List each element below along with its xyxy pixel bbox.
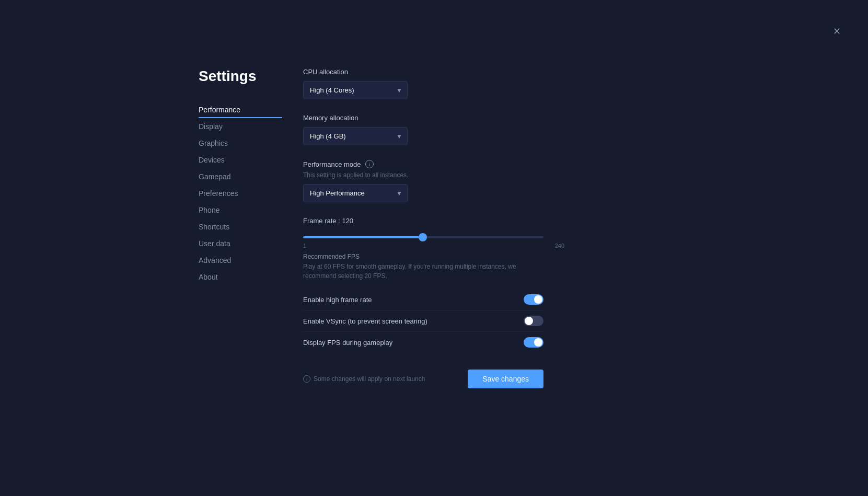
slider-min-label: 1 — [303, 243, 306, 249]
toggle-row-high-frame-rate: Enable high frame rate — [303, 289, 543, 310]
memory-allocation-dropdown-wrapper: Low (1 GB) Medium (2 GB) High (4 GB) Ult… — [303, 127, 408, 145]
cpu-allocation-select[interactable]: Low (1 Core) Medium (2 Cores) High (4 Co… — [303, 81, 408, 99]
sidebar-item-phone[interactable]: Phone — [199, 202, 282, 218]
toggle-row-vsync: Enable VSync (to prevent screen tearing) — [303, 310, 543, 332]
toggle-display-fps[interactable] — [524, 337, 543, 348]
toggle-vsync[interactable] — [524, 316, 543, 326]
toggles-container: Enable high frame rate Enable VSync (to … — [303, 289, 564, 353]
toggle-display-fps-label: Display FPS during gameplay — [303, 339, 392, 347]
close-icon: ✕ — [833, 26, 841, 37]
footer-row: i Some changes will apply on next launch… — [303, 370, 543, 388]
fps-hint-title: Recommended FPS — [303, 253, 564, 260]
slider-wrapper — [303, 231, 543, 240]
performance-mode-dropdown-wrapper: Balanced High Performance Ultra Performa… — [303, 184, 408, 202]
cpu-allocation-section: CPU allocation Low (1 Core) Medium (2 Co… — [303, 68, 564, 99]
cpu-allocation-label: CPU allocation — [303, 68, 564, 76]
performance-mode-label: Performance mode — [303, 160, 361, 168]
memory-allocation-select[interactable]: Low (1 GB) Medium (2 GB) High (4 GB) Ult… — [303, 127, 408, 145]
sidebar-item-advanced[interactable]: Advanced — [199, 252, 282, 269]
sidebar-item-userdata[interactable]: User data — [199, 235, 282, 252]
content-area: CPU allocation Low (1 Core) Medium (2 Co… — [282, 68, 564, 388]
sidebar-item-devices[interactable]: Devices — [199, 152, 282, 168]
fps-hint: Recommended FPS Play at 60 FPS for smoot… — [303, 253, 564, 281]
save-changes-button[interactable]: Save changes — [468, 370, 543, 388]
footer-note: i Some changes will apply on next launch — [303, 375, 425, 383]
performance-mode-select[interactable]: Balanced High Performance Ultra Performa… — [303, 184, 408, 202]
sidebar-item-display[interactable]: Display — [199, 118, 282, 135]
toggle-display-fps-knob — [534, 338, 542, 347]
footer-note-text: Some changes will apply on next launch — [314, 375, 425, 383]
toggle-high-frame-rate-knob — [534, 295, 542, 304]
fps-hint-body: Play at 60 FPS for smooth gameplay. If y… — [303, 262, 533, 281]
performance-mode-info-icon[interactable]: i — [365, 160, 374, 168]
memory-allocation-label: Memory allocation — [303, 114, 564, 122]
toggle-row-display-fps: Display FPS during gameplay — [303, 332, 543, 353]
sidebar-item-gamepad[interactable]: Gamepad — [199, 168, 282, 185]
sidebar-item-shortcuts[interactable]: Shortcuts — [199, 218, 282, 235]
close-button[interactable]: ✕ — [830, 25, 843, 38]
toggle-vsync-label: Enable VSync (to prevent screen tearing) — [303, 317, 427, 325]
memory-allocation-section: Memory allocation Low (1 GB) Medium (2 G… — [303, 114, 564, 145]
sidebar-item-preferences[interactable]: Preferences — [199, 185, 282, 202]
toggle-high-frame-rate[interactable] — [524, 294, 543, 305]
performance-mode-header: Performance mode i — [303, 160, 564, 168]
footer-info-icon: i — [303, 375, 310, 383]
settings-container: Settings Performance Display Graphics De… — [199, 68, 564, 388]
frame-rate-section: Frame rate : 120 1 240 Recommended FPS P… — [303, 217, 564, 281]
sidebar-item-performance[interactable]: Performance — [199, 101, 282, 118]
sidebar-item-graphics[interactable]: Graphics — [199, 135, 282, 152]
frame-rate-label: Frame rate : 120 — [303, 217, 564, 225]
frame-rate-slider[interactable] — [303, 236, 543, 238]
toggle-vsync-knob — [525, 317, 533, 325]
slider-labels: 1 240 — [303, 243, 564, 249]
cpu-allocation-dropdown-wrapper: Low (1 Core) Medium (2 Cores) High (4 Co… — [303, 81, 408, 99]
sidebar: Performance Display Graphics Devices Gam… — [199, 101, 282, 285]
slider-max-label: 240 — [555, 243, 564, 249]
performance-mode-section: Performance mode i This setting is appli… — [303, 160, 564, 202]
sidebar-item-about[interactable]: About — [199, 269, 282, 285]
performance-mode-sublabel: This setting is applied to all instances… — [303, 171, 564, 179]
page-title: Settings — [199, 68, 282, 85]
toggle-high-frame-rate-label: Enable high frame rate — [303, 296, 372, 304]
